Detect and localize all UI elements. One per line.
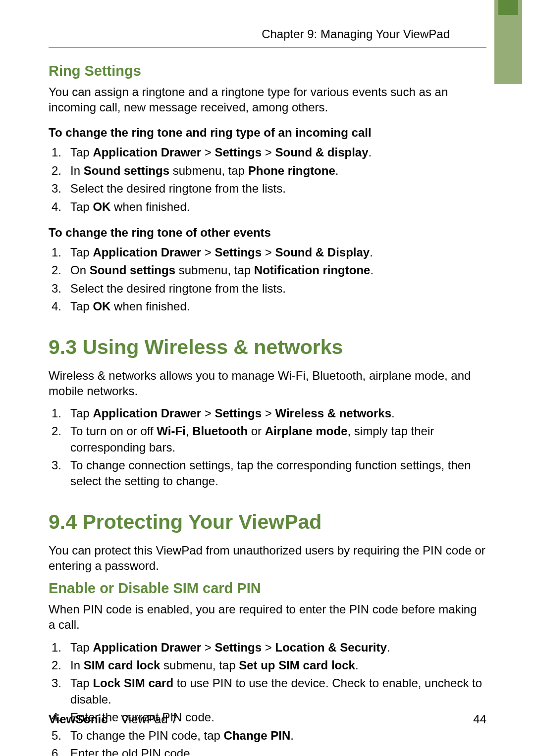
- step-text: when finished.: [110, 200, 190, 213]
- footer-brand: ViewSonic ViewPad 7: [49, 712, 178, 726]
- step-bold: Change PIN: [224, 729, 291, 742]
- step-bold: Sound settings: [90, 263, 175, 277]
- step-text: .: [355, 658, 359, 672]
- step-text: Tap: [70, 641, 93, 654]
- page-number: 44: [473, 712, 486, 726]
- step-bold: Application Drawer: [93, 246, 201, 259]
- step-text: .: [369, 146, 372, 159]
- protect-steps: Tap Application Drawer > Settings > Loca…: [49, 640, 486, 756]
- step-text: .: [335, 164, 339, 177]
- step-text: >: [201, 246, 214, 259]
- ring-settings-intro: You can assign a ringtone and a ringtone…: [49, 84, 486, 115]
- step-text: On: [70, 263, 90, 277]
- step-bold: OK: [93, 200, 110, 213]
- step-text: Tap: [70, 246, 93, 259]
- step-bold: Sound & display: [275, 146, 369, 159]
- list-item: To change the PIN code, tap Change PIN.: [49, 728, 486, 744]
- list-item: Tap Application Drawer > Settings > Soun…: [49, 245, 486, 260]
- step-text: In: [70, 164, 84, 177]
- step-text: To change connection settings, tap the c…: [70, 458, 471, 488]
- step-text: when finished.: [110, 300, 190, 313]
- list-item: In Sound settings submenu, tap Phone rin…: [49, 163, 486, 179]
- step-text: .: [391, 406, 395, 420]
- list-item: Tap Lock SIM card to use PIN to use the …: [49, 675, 486, 707]
- step-text: To change the PIN code, tap: [70, 729, 224, 742]
- step-bold: SIM card lock: [84, 658, 160, 672]
- step-text: >: [262, 406, 275, 420]
- protect-sub-title: Enable or Disable SIM card PIN: [49, 580, 486, 597]
- page-tab-decoration-inner: [498, 0, 518, 15]
- step-bold: Sound settings: [84, 164, 169, 177]
- chapter-header: Chapter 9: Managing Your ViewPad: [49, 27, 486, 48]
- section-wireless-title: 9.3 Using Wireless & networks: [49, 336, 486, 359]
- list-item: Tap OK when finished.: [49, 299, 486, 314]
- step-text: >: [262, 246, 275, 259]
- footer-brand-rest: ViewPad 7: [121, 712, 177, 726]
- step-text: submenu, tap: [160, 658, 239, 672]
- step-bold: Phone ringtone: [248, 164, 335, 177]
- ring-sub2-title: To change the ring tone of other events: [49, 226, 486, 240]
- step-text: To turn on or off: [70, 424, 157, 438]
- step-bold: Wireless & networks: [275, 406, 392, 420]
- list-item: Tap OK when finished.: [49, 199, 486, 215]
- step-text: Tap: [70, 300, 93, 313]
- step-bold: Sound & Display: [275, 246, 370, 259]
- step-text: .: [370, 246, 373, 259]
- step-text: Tap: [70, 200, 93, 213]
- footer: ViewSonic ViewPad 7 44: [49, 712, 486, 726]
- step-bold: OK: [93, 300, 110, 313]
- step-bold: Location & Security: [275, 641, 387, 654]
- list-item: Tap Application Drawer > Settings > Loca…: [49, 640, 486, 655]
- step-text: >: [201, 641, 214, 654]
- step-text: or: [248, 424, 265, 438]
- step-bold: Set up SIM card lock: [239, 658, 355, 672]
- protect-intro: You can protect this ViewPad from unauth…: [49, 543, 486, 573]
- step-text: Enter the old PIN code.: [70, 747, 193, 756]
- step-text: Tap: [70, 406, 93, 420]
- ring-sub1-title: To change the ring tone and ring type of…: [49, 126, 486, 140]
- list-item: In SIM card lock submenu, tap Set up SIM…: [49, 657, 486, 673]
- step-bold: Settings: [214, 146, 262, 159]
- step-text: >: [262, 641, 275, 654]
- step-bold: Settings: [214, 641, 262, 654]
- list-item: Tap Application Drawer > Settings > Soun…: [49, 145, 486, 160]
- step-text: Select the desired ringtone from the lis…: [70, 182, 286, 195]
- step-bold: Airplane mode: [265, 424, 348, 438]
- step-text: .: [387, 641, 390, 654]
- list-item: To change connection settings, tap the c…: [49, 457, 486, 490]
- step-text: .: [290, 729, 294, 742]
- ring-sub2-steps: Tap Application Drawer > Settings > Soun…: [49, 245, 486, 315]
- step-bold: Lock SIM card: [93, 676, 173, 690]
- list-item: To turn on or off Wi-Fi, Bluetooth or Ai…: [49, 423, 486, 455]
- ring-sub1-steps: Tap Application Drawer > Settings > Soun…: [49, 145, 486, 215]
- step-text: Tap: [70, 146, 93, 159]
- step-text: In: [70, 658, 84, 672]
- step-text: submenu, tap: [175, 263, 254, 277]
- wireless-steps: Tap Application Drawer > Settings > Wire…: [49, 405, 486, 490]
- step-bold: Application Drawer: [93, 406, 201, 420]
- section-protect-title: 9.4 Protecting Your ViewPad: [49, 510, 486, 534]
- step-text: >: [262, 146, 275, 159]
- step-text: .: [370, 263, 374, 277]
- list-item: Enter the old PIN code.: [49, 746, 486, 756]
- step-bold: Bluetooth: [192, 424, 248, 438]
- step-text: Tap: [70, 676, 93, 690]
- step-text: >: [201, 146, 214, 159]
- step-text: submenu, tap: [169, 164, 248, 177]
- list-item: Select the desired ringtone from the lis…: [49, 281, 486, 297]
- step-bold: Notification ringtone: [254, 263, 371, 277]
- step-bold: Wi-Fi: [157, 424, 185, 438]
- protect-sub-intro: When PIN code is enabled, you are requir…: [49, 602, 486, 632]
- step-bold: Application Drawer: [93, 146, 201, 159]
- step-text: ,: [186, 424, 192, 438]
- step-text: >: [201, 406, 214, 420]
- step-bold: Settings: [214, 406, 262, 420]
- footer-brand-bold: ViewSonic: [49, 712, 108, 726]
- step-text: Select the desired ringtone from the lis…: [70, 282, 286, 295]
- list-item: On Sound settings submenu, tap Notificat…: [49, 262, 486, 278]
- step-bold: Application Drawer: [93, 641, 201, 654]
- list-item: Select the desired ringtone from the lis…: [49, 181, 486, 197]
- page: Chapter 9: Managing Your ViewPad Ring Se…: [0, 0, 535, 756]
- section-ring-settings-title: Ring Settings: [49, 63, 486, 79]
- list-item: Tap Application Drawer > Settings > Wire…: [49, 405, 486, 421]
